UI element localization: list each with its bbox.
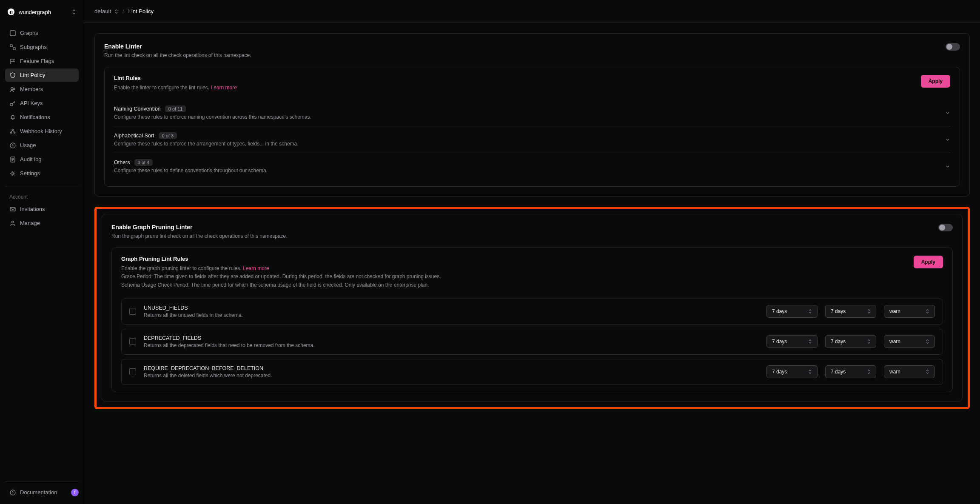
sidebar-item-audit-log[interactable]: Audit log bbox=[5, 153, 79, 166]
severity-select[interactable]: warn bbox=[884, 305, 935, 318]
chevron-down-icon bbox=[945, 137, 950, 142]
webhook-icon bbox=[9, 128, 16, 134]
pruning-toggle[interactable] bbox=[938, 224, 953, 231]
prune-rule-name: DEPRECATED_FIELDS bbox=[144, 335, 759, 341]
lint-rules-sub: Enable the linter to configure the lint … bbox=[114, 85, 209, 91]
sidebar-item-label: Audit log bbox=[20, 156, 42, 162]
rule-checkbox[interactable] bbox=[129, 308, 136, 315]
prune-rule-desc: Returns all the unused fields in the sch… bbox=[144, 312, 759, 318]
shield-icon bbox=[9, 72, 16, 78]
namespace-select[interactable]: default bbox=[94, 8, 118, 14]
linter-sub: Run the lint check on all the check oper… bbox=[104, 52, 251, 58]
sidebar-item-subgraphs[interactable]: Subgraphs bbox=[5, 40, 79, 54]
topbar: default / Lint Policy bbox=[84, 0, 980, 23]
prune-rule-row: DEPRECATED_FIELDS Returns all the deprec… bbox=[121, 329, 943, 355]
pruning-rules-title: Graph Pruning Lint Rules bbox=[121, 256, 441, 262]
svg-rect-2 bbox=[13, 48, 15, 50]
severity-select[interactable]: warn bbox=[884, 365, 935, 378]
chevron-down-icon bbox=[945, 110, 950, 115]
usage-icon bbox=[9, 142, 16, 148]
breadcrumb-separator: / bbox=[122, 8, 124, 14]
sidebar-item-label: Members bbox=[20, 86, 43, 92]
breadcrumb-current: Lint Policy bbox=[128, 8, 154, 14]
rule-count-badge: 0 of 4 bbox=[134, 159, 153, 166]
sidebar-item-settings[interactable]: Settings bbox=[5, 167, 79, 180]
highlight-box: Enable Graph Pruning Linter Run the grap… bbox=[94, 207, 970, 409]
rule-group-name: Others bbox=[114, 159, 130, 165]
org-logo-icon: ◐ bbox=[8, 9, 14, 15]
sidebar-footer: Documentation f bbox=[5, 481, 79, 499]
rule-group-row[interactable]: Others 0 of 4 Configure these rules to d… bbox=[114, 153, 950, 179]
prune-rule-desc: Returns all the deleted fields which wer… bbox=[144, 373, 759, 379]
chevron-down-icon bbox=[945, 164, 950, 169]
members-icon bbox=[9, 86, 16, 92]
grace-period-select[interactable]: 7 days bbox=[766, 365, 818, 378]
svg-point-6 bbox=[12, 129, 13, 130]
grace-period-select[interactable]: 7 days bbox=[766, 335, 818, 348]
lint-rules-card: Lint Rules Enable the linter to configur… bbox=[104, 67, 960, 187]
rule-group-desc: Configure these rules to enforce naming … bbox=[114, 114, 311, 120]
pruning-rules-apply-button[interactable]: Apply bbox=[914, 256, 943, 268]
svg-rect-12 bbox=[10, 208, 15, 211]
chevron-up-down-icon bbox=[926, 369, 929, 374]
nav-account: Invitations Manage bbox=[5, 202, 79, 230]
rule-count-badge: 0 of 11 bbox=[165, 105, 186, 112]
check-period-select[interactable]: 7 days bbox=[825, 335, 876, 348]
chevron-up-down-icon bbox=[808, 369, 812, 374]
rule-checkbox[interactable] bbox=[129, 368, 136, 375]
sidebar-item-manage[interactable]: Manage bbox=[5, 216, 79, 230]
svg-point-11 bbox=[12, 173, 14, 174]
sidebar-item-label: Subgraphs bbox=[20, 44, 47, 50]
chevron-up-down-icon bbox=[114, 9, 118, 14]
grace-period-select[interactable]: 7 days bbox=[766, 305, 818, 318]
linter-title: Enable Linter bbox=[104, 43, 251, 50]
pruning-sub: Run the graph prune lint check on all th… bbox=[111, 233, 288, 239]
rule-group-row[interactable]: Naming Convention 0 of 11 Configure thes… bbox=[114, 100, 950, 126]
sidebar-item-webhook-history[interactable]: Webhook History bbox=[5, 125, 79, 138]
sidebar-item-feature-flags[interactable]: Feature Flags bbox=[5, 54, 79, 68]
svg-point-4 bbox=[13, 88, 15, 90]
rule-checkbox[interactable] bbox=[129, 338, 136, 345]
chevron-up-down-icon bbox=[72, 9, 76, 15]
sidebar: ◐ wundergraph Graphs Subgraphs Feature F… bbox=[0, 0, 84, 504]
lint-rules-learn-more-link[interactable]: Learn more bbox=[211, 85, 236, 91]
pruning-rules-learn-more-link[interactable]: Learn more bbox=[243, 265, 269, 271]
org-name: wundergraph bbox=[19, 9, 68, 15]
mail-icon bbox=[9, 206, 16, 212]
severity-select[interactable]: warn bbox=[884, 335, 935, 348]
sidebar-item-lint-policy[interactable]: Lint Policy bbox=[5, 68, 79, 82]
settings-icon bbox=[9, 170, 16, 177]
svg-point-13 bbox=[11, 221, 14, 223]
prune-rule-desc: Returns all the deprecated fields that n… bbox=[144, 342, 759, 348]
sidebar-item-label: API Keys bbox=[20, 100, 43, 106]
sidebar-item-invitations[interactable]: Invitations bbox=[5, 202, 79, 216]
svg-point-8 bbox=[14, 132, 15, 133]
sidebar-item-graphs[interactable]: Graphs bbox=[5, 26, 79, 40]
sidebar-item-label: Settings bbox=[20, 170, 40, 177]
org-switcher[interactable]: ◐ wundergraph bbox=[5, 5, 79, 19]
documentation-link[interactable]: Documentation bbox=[5, 486, 61, 499]
prune-rule-name: REQUIRE_DEPRECATION_BEFORE_DELETION bbox=[144, 365, 759, 371]
svg-rect-0 bbox=[10, 31, 15, 36]
check-period-select[interactable]: 7 days bbox=[825, 365, 876, 378]
avatar[interactable]: f bbox=[71, 489, 79, 496]
sidebar-item-usage[interactable]: Usage bbox=[5, 139, 79, 152]
pruning-card: Enable Graph Pruning Linter Run the grap… bbox=[102, 214, 963, 402]
check-period-select[interactable]: 7 days bbox=[825, 305, 876, 318]
nav-primary: Graphs Subgraphs Feature Flags Lint Poli… bbox=[5, 26, 79, 180]
rule-group-row[interactable]: Alphabetical Sort 0 of 3 Configure these… bbox=[114, 126, 950, 153]
lint-rules-apply-button[interactable]: Apply bbox=[921, 75, 950, 88]
sidebar-item-label: Usage bbox=[20, 142, 36, 148]
sidebar-item-notifications[interactable]: Notifications bbox=[5, 111, 79, 124]
pruning-title: Enable Graph Pruning Linter bbox=[111, 224, 288, 231]
bell-icon bbox=[9, 114, 16, 120]
sidebar-item-api-keys[interactable]: API Keys bbox=[5, 97, 79, 110]
chevron-up-down-icon bbox=[926, 339, 929, 344]
pruning-rules-sub2: Grace Period: The time given to fields a… bbox=[121, 273, 441, 279]
linter-toggle[interactable] bbox=[946, 43, 960, 51]
sidebar-item-members[interactable]: Members bbox=[5, 83, 79, 96]
rule-group-desc: Configure these rules to enforce the arr… bbox=[114, 141, 299, 147]
sidebar-item-label: Graphs bbox=[20, 30, 38, 36]
rule-group-desc: Configure these rules to define conventi… bbox=[114, 168, 268, 174]
chevron-up-down-icon bbox=[867, 339, 871, 344]
